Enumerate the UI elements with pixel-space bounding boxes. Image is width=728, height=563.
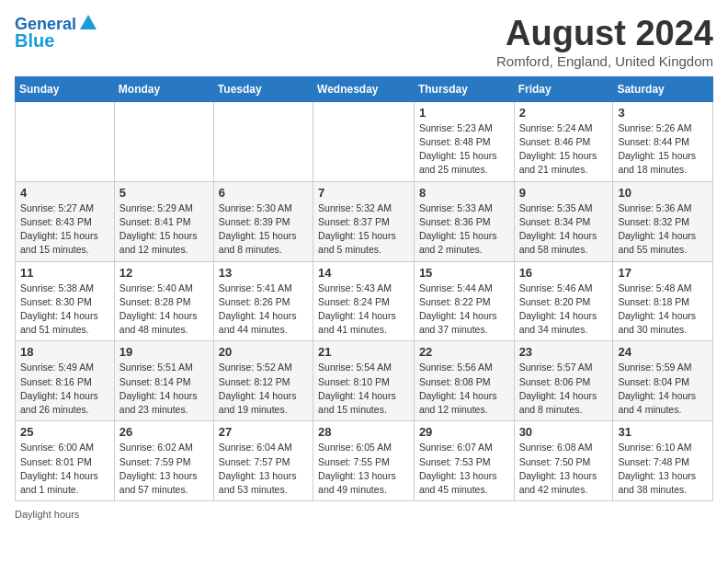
calendar-cell: 13Sunrise: 5:41 AMSunset: 8:26 PMDayligh… (213, 261, 313, 341)
day-header-friday: Friday (514, 76, 613, 101)
day-number: 2 (519, 106, 609, 120)
day-info: Sunrise: 6:10 AMSunset: 7:48 PMDaylight:… (618, 441, 708, 497)
day-info: Sunrise: 6:02 AMSunset: 7:59 PMDaylight:… (119, 441, 209, 497)
day-info: Sunrise: 5:41 AMSunset: 8:26 PMDaylight:… (219, 282, 308, 338)
calendar-week-row: 4Sunrise: 5:27 AMSunset: 8:43 PMDaylight… (16, 181, 713, 261)
calendar-cell: 20Sunrise: 5:52 AMSunset: 8:12 PMDayligh… (213, 341, 313, 421)
calendar-cell: 27Sunrise: 6:04 AMSunset: 7:57 PMDayligh… (213, 421, 313, 501)
calendar-cell: 3Sunrise: 5:26 AMSunset: 8:44 PMDaylight… (613, 101, 713, 181)
month-year-title: August 2024 (496, 15, 713, 53)
logo-icon (78, 13, 98, 33)
day-info: Sunrise: 5:52 AMSunset: 8:12 PMDaylight:… (219, 361, 308, 417)
calendar-cell (213, 101, 313, 181)
calendar-cell: 17Sunrise: 5:48 AMSunset: 8:18 PMDayligh… (613, 261, 713, 341)
day-header-sunday: Sunday (16, 76, 115, 101)
day-number: 29 (419, 425, 509, 439)
day-info: Sunrise: 5:35 AMSunset: 8:34 PMDaylight:… (519, 201, 609, 258)
calendar-cell (114, 101, 213, 181)
day-number: 26 (119, 425, 209, 439)
day-info: Sunrise: 6:04 AMSunset: 7:57 PMDaylight:… (219, 441, 308, 497)
day-number: 9 (519, 186, 609, 200)
day-info: Sunrise: 5:54 AMSunset: 8:10 PMDaylight:… (318, 361, 409, 417)
calendar-cell (313, 101, 415, 181)
day-info: Sunrise: 5:24 AMSunset: 8:46 PMDaylight:… (519, 121, 609, 178)
day-info: Sunrise: 5:30 AMSunset: 8:39 PMDaylight:… (219, 201, 308, 258)
calendar-table: SundayMondayTuesdayWednesdayThursdayFrid… (15, 76, 713, 501)
calendar-cell: 8Sunrise: 5:33 AMSunset: 8:36 PMDaylight… (414, 181, 514, 261)
calendar-week-row: 18Sunrise: 5:49 AMSunset: 8:16 PMDayligh… (16, 341, 713, 421)
calendar-cell: 26Sunrise: 6:02 AMSunset: 7:59 PMDayligh… (114, 421, 213, 501)
day-number: 28 (318, 425, 409, 439)
day-number: 14 (318, 266, 409, 280)
day-info: Sunrise: 5:27 AMSunset: 8:43 PMDaylight:… (20, 201, 109, 258)
calendar-week-row: 25Sunrise: 6:00 AMSunset: 8:01 PMDayligh… (16, 421, 713, 501)
day-info: Sunrise: 5:36 AMSunset: 8:32 PMDaylight:… (618, 201, 708, 258)
calendar-cell: 24Sunrise: 5:59 AMSunset: 8:04 PMDayligh… (613, 341, 713, 421)
day-number: 24 (618, 345, 708, 359)
day-info: Sunrise: 5:59 AMSunset: 8:04 PMDaylight:… (618, 361, 708, 417)
day-header-wednesday: Wednesday (313, 76, 415, 101)
calendar-cell: 11Sunrise: 5:38 AMSunset: 8:30 PMDayligh… (16, 261, 115, 341)
day-number: 23 (519, 345, 609, 359)
day-number: 25 (20, 425, 109, 439)
calendar-cell: 14Sunrise: 5:43 AMSunset: 8:24 PMDayligh… (313, 261, 415, 341)
calendar-cell (16, 101, 115, 181)
day-info: Sunrise: 5:49 AMSunset: 8:16 PMDaylight:… (20, 361, 109, 417)
day-info: Sunrise: 5:23 AMSunset: 8:48 PMDaylight:… (419, 121, 509, 178)
day-info: Sunrise: 5:51 AMSunset: 8:14 PMDaylight:… (119, 361, 209, 417)
day-info: Sunrise: 5:29 AMSunset: 8:41 PMDaylight:… (119, 201, 209, 258)
day-info: Sunrise: 6:00 AMSunset: 8:01 PMDaylight:… (20, 441, 109, 497)
day-info: Sunrise: 5:57 AMSunset: 8:06 PMDaylight:… (519, 361, 609, 417)
calendar-cell: 18Sunrise: 5:49 AMSunset: 8:16 PMDayligh… (16, 341, 115, 421)
day-info: Sunrise: 6:08 AMSunset: 7:50 PMDaylight:… (519, 441, 609, 497)
day-header-saturday: Saturday (613, 76, 713, 101)
day-number: 13 (219, 266, 308, 280)
calendar-cell: 16Sunrise: 5:46 AMSunset: 8:20 PMDayligh… (514, 261, 613, 341)
day-info: Sunrise: 5:32 AMSunset: 8:37 PMDaylight:… (318, 201, 409, 258)
calendar-cell: 2Sunrise: 5:24 AMSunset: 8:46 PMDaylight… (514, 101, 613, 181)
calendar-cell: 19Sunrise: 5:51 AMSunset: 8:14 PMDayligh… (114, 341, 213, 421)
calendar-cell: 15Sunrise: 5:44 AMSunset: 8:22 PMDayligh… (414, 261, 514, 341)
day-number: 17 (618, 266, 708, 280)
calendar-cell: 12Sunrise: 5:40 AMSunset: 8:28 PMDayligh… (114, 261, 213, 341)
location-subtitle: Romford, England, United Kingdom (496, 53, 713, 69)
title-area: August 2024 Romford, England, United Kin… (496, 15, 713, 69)
calendar-cell: 4Sunrise: 5:27 AMSunset: 8:43 PMDaylight… (16, 181, 115, 261)
logo: General Blue (15, 15, 98, 52)
calendar-header-row: SundayMondayTuesdayWednesdayThursdayFrid… (16, 76, 713, 101)
footer-note: Daylight hours (15, 509, 713, 520)
day-number: 31 (618, 425, 708, 439)
day-number: 22 (419, 345, 509, 359)
day-info: Sunrise: 5:44 AMSunset: 8:22 PMDaylight:… (419, 282, 509, 338)
day-header-tuesday: Tuesday (213, 76, 313, 101)
calendar-cell: 29Sunrise: 6:07 AMSunset: 7:53 PMDayligh… (414, 421, 514, 501)
calendar-cell: 30Sunrise: 6:08 AMSunset: 7:50 PMDayligh… (514, 421, 613, 501)
day-info: Sunrise: 5:48 AMSunset: 8:18 PMDaylight:… (618, 282, 708, 338)
day-number: 3 (618, 106, 708, 120)
day-number: 10 (618, 186, 708, 200)
day-number: 19 (119, 345, 209, 359)
calendar-week-row: 11Sunrise: 5:38 AMSunset: 8:30 PMDayligh… (16, 261, 713, 341)
calendar-cell: 9Sunrise: 5:35 AMSunset: 8:34 PMDaylight… (514, 181, 613, 261)
day-info: Sunrise: 6:07 AMSunset: 7:53 PMDaylight:… (419, 441, 509, 497)
day-info: Sunrise: 5:40 AMSunset: 8:28 PMDaylight:… (119, 282, 209, 338)
day-number: 21 (318, 345, 409, 359)
day-number: 8 (419, 186, 509, 200)
calendar-cell: 25Sunrise: 6:00 AMSunset: 8:01 PMDayligh… (16, 421, 115, 501)
day-info: Sunrise: 5:56 AMSunset: 8:08 PMDaylight:… (419, 361, 509, 417)
day-number: 4 (20, 186, 109, 200)
day-number: 27 (219, 425, 308, 439)
calendar-cell: 28Sunrise: 6:05 AMSunset: 7:55 PMDayligh… (313, 421, 415, 501)
day-number: 16 (519, 266, 609, 280)
calendar-cell: 22Sunrise: 5:56 AMSunset: 8:08 PMDayligh… (414, 341, 514, 421)
day-info: Sunrise: 6:05 AMSunset: 7:55 PMDaylight:… (318, 441, 409, 497)
day-header-thursday: Thursday (414, 76, 514, 101)
page-header: General Blue August 2024 Romford, Englan… (15, 15, 713, 69)
day-number: 18 (20, 345, 109, 359)
calendar-cell: 1Sunrise: 5:23 AMSunset: 8:48 PMDaylight… (414, 101, 514, 181)
day-info: Sunrise: 5:26 AMSunset: 8:44 PMDaylight:… (618, 121, 708, 178)
footer-text: Daylight hours (15, 509, 79, 520)
calendar-cell: 10Sunrise: 5:36 AMSunset: 8:32 PMDayligh… (613, 181, 713, 261)
calendar-cell: 21Sunrise: 5:54 AMSunset: 8:10 PMDayligh… (313, 341, 415, 421)
day-number: 5 (119, 186, 209, 200)
